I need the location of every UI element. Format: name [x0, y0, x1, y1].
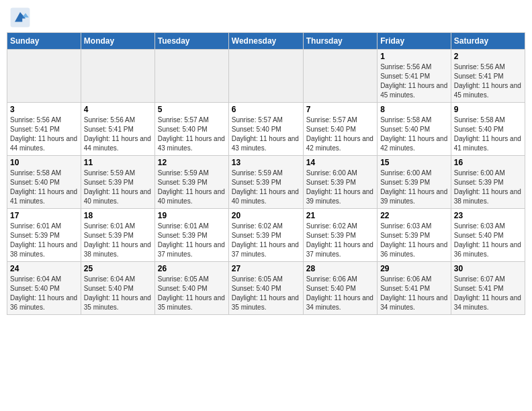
day-number: 3: [10, 105, 78, 114]
header-thursday: Thursday: [303, 33, 377, 50]
calendar-cell: 20Sunrise: 6:02 AM Sunset: 5:39 PM Dayli…: [228, 209, 303, 262]
logo: [9, 7, 34, 28]
day-number: 16: [454, 158, 522, 167]
day-info: Sunrise: 6:05 AM Sunset: 5:40 PM Dayligh…: [232, 275, 300, 312]
day-number: 4: [84, 105, 152, 114]
calendar-cell: 25Sunrise: 6:04 AM Sunset: 5:40 PM Dayli…: [81, 262, 154, 315]
calendar-cell: 12Sunrise: 5:59 AM Sunset: 5:39 PM Dayli…: [154, 156, 228, 209]
day-number: 11: [84, 158, 152, 167]
day-number: 18: [84, 211, 152, 220]
calendar-cell: 6Sunrise: 5:57 AM Sunset: 5:40 PM Daylig…: [228, 103, 303, 156]
day-number: 22: [380, 211, 448, 220]
calendar-cell: 15Sunrise: 6:00 AM Sunset: 5:39 PM Dayli…: [378, 156, 451, 209]
calendar-row: 3Sunrise: 5:56 AM Sunset: 5:41 PM Daylig…: [7, 103, 525, 156]
day-info: Sunrise: 6:05 AM Sunset: 5:40 PM Dayligh…: [158, 275, 226, 312]
day-number: 17: [10, 211, 78, 220]
day-info: Sunrise: 5:57 AM Sunset: 5:40 PM Dayligh…: [232, 116, 300, 153]
day-info: Sunrise: 5:58 AM Sunset: 5:40 PM Dayligh…: [10, 169, 78, 206]
day-info: Sunrise: 6:04 AM Sunset: 5:40 PM Dayligh…: [84, 275, 152, 312]
day-info: Sunrise: 5:57 AM Sunset: 5:40 PM Dayligh…: [306, 116, 374, 153]
calendar-cell: [228, 50, 303, 103]
day-info: Sunrise: 6:00 AM Sunset: 5:39 PM Dayligh…: [306, 169, 374, 206]
calendar-row: 10Sunrise: 5:58 AM Sunset: 5:40 PM Dayli…: [7, 156, 525, 209]
day-number: 20: [232, 211, 300, 220]
calendar-cell: 7Sunrise: 5:57 AM Sunset: 5:40 PM Daylig…: [303, 103, 377, 156]
day-info: Sunrise: 6:01 AM Sunset: 5:39 PM Dayligh…: [158, 222, 226, 259]
calendar-body: 1Sunrise: 5:56 AM Sunset: 5:41 PM Daylig…: [7, 50, 525, 315]
day-number: 27: [232, 264, 300, 273]
calendar-cell: 16Sunrise: 6:00 AM Sunset: 5:39 PM Dayli…: [451, 156, 525, 209]
calendar-cell: 23Sunrise: 6:03 AM Sunset: 5:40 PM Dayli…: [451, 209, 525, 262]
day-number: 5: [158, 105, 226, 114]
calendar-table: SundayMondayTuesdayWednesdayThursdayFrid…: [7, 32, 525, 315]
day-info: Sunrise: 5:56 AM Sunset: 5:41 PM Dayligh…: [380, 62, 448, 100]
calendar-cell: [154, 50, 228, 103]
day-info: Sunrise: 5:56 AM Sunset: 5:41 PM Dayligh…: [84, 116, 152, 153]
header-monday: Monday: [81, 33, 154, 50]
logo-icon: [9, 7, 31, 28]
calendar-cell: 1Sunrise: 5:56 AM Sunset: 5:41 PM Daylig…: [378, 50, 451, 103]
calendar-cell: 3Sunrise: 5:56 AM Sunset: 5:41 PM Daylig…: [7, 103, 81, 156]
day-number: 21: [306, 211, 374, 220]
day-number: 25: [84, 264, 152, 273]
calendar-cell: 5Sunrise: 5:57 AM Sunset: 5:40 PM Daylig…: [154, 103, 228, 156]
calendar-row: 17Sunrise: 6:01 AM Sunset: 5:39 PM Dayli…: [7, 209, 525, 262]
header-saturday: Saturday: [451, 33, 525, 50]
calendar-cell: 28Sunrise: 6:06 AM Sunset: 5:40 PM Dayli…: [303, 262, 377, 315]
day-number: 15: [380, 158, 448, 167]
calendar-cell: 9Sunrise: 5:58 AM Sunset: 5:40 PM Daylig…: [451, 103, 525, 156]
day-info: Sunrise: 6:06 AM Sunset: 5:40 PM Dayligh…: [306, 275, 374, 312]
header-wednesday: Wednesday: [228, 33, 303, 50]
day-number: 24: [10, 264, 78, 273]
calendar-cell: 22Sunrise: 6:03 AM Sunset: 5:39 PM Dayli…: [378, 209, 451, 262]
day-number: 12: [158, 158, 226, 167]
day-info: Sunrise: 5:59 AM Sunset: 5:39 PM Dayligh…: [158, 169, 226, 206]
calendar-cell: 14Sunrise: 6:00 AM Sunset: 5:39 PM Dayli…: [303, 156, 377, 209]
day-number: 30: [454, 264, 522, 273]
calendar-cell: 19Sunrise: 6:01 AM Sunset: 5:39 PM Dayli…: [154, 209, 228, 262]
day-number: 8: [380, 105, 448, 114]
day-number: 7: [306, 105, 374, 114]
day-number: 9: [454, 105, 522, 114]
day-info: Sunrise: 6:01 AM Sunset: 5:39 PM Dayligh…: [10, 222, 78, 259]
calendar-cell: [303, 50, 377, 103]
calendar-header: SundayMondayTuesdayWednesdayThursdayFrid…: [7, 33, 525, 50]
calendar-cell: [7, 50, 81, 103]
day-number: 29: [380, 264, 448, 273]
day-number: 28: [306, 264, 374, 273]
day-number: 14: [306, 158, 374, 167]
day-number: 19: [158, 211, 226, 220]
day-number: 6: [232, 105, 300, 114]
day-info: Sunrise: 6:02 AM Sunset: 5:39 PM Dayligh…: [306, 222, 374, 259]
day-info: Sunrise: 6:00 AM Sunset: 5:39 PM Dayligh…: [454, 169, 522, 206]
day-info: Sunrise: 5:58 AM Sunset: 5:40 PM Dayligh…: [380, 116, 448, 153]
header-row: SundayMondayTuesdayWednesdayThursdayFrid…: [7, 33, 525, 50]
calendar-row: 1Sunrise: 5:56 AM Sunset: 5:41 PM Daylig…: [7, 50, 525, 103]
header-friday: Friday: [378, 33, 451, 50]
day-info: Sunrise: 6:01 AM Sunset: 5:39 PM Dayligh…: [84, 222, 152, 259]
calendar-cell: 27Sunrise: 6:05 AM Sunset: 5:40 PM Dayli…: [228, 262, 303, 315]
calendar-cell: 30Sunrise: 6:07 AM Sunset: 5:41 PM Dayli…: [451, 262, 525, 315]
day-info: Sunrise: 5:58 AM Sunset: 5:40 PM Dayligh…: [454, 116, 522, 153]
calendar-cell: 10Sunrise: 5:58 AM Sunset: 5:40 PM Dayli…: [7, 156, 81, 209]
calendar-cell: 11Sunrise: 5:59 AM Sunset: 5:39 PM Dayli…: [81, 156, 154, 209]
calendar-cell: 13Sunrise: 5:59 AM Sunset: 5:39 PM Dayli…: [228, 156, 303, 209]
header-sunday: Sunday: [7, 33, 81, 50]
header-tuesday: Tuesday: [154, 33, 228, 50]
day-info: Sunrise: 6:07 AM Sunset: 5:41 PM Dayligh…: [454, 275, 522, 312]
calendar-cell: 8Sunrise: 5:58 AM Sunset: 5:40 PM Daylig…: [378, 103, 451, 156]
calendar-cell: 17Sunrise: 6:01 AM Sunset: 5:39 PM Dayli…: [7, 209, 81, 262]
calendar-cell: 2Sunrise: 5:56 AM Sunset: 5:41 PM Daylig…: [451, 50, 525, 103]
calendar-cell: 24Sunrise: 6:04 AM Sunset: 5:40 PM Dayli…: [7, 262, 81, 315]
day-number: 1: [380, 52, 448, 61]
day-info: Sunrise: 5:57 AM Sunset: 5:40 PM Dayligh…: [158, 116, 226, 153]
day-info: Sunrise: 5:56 AM Sunset: 5:41 PM Dayligh…: [454, 62, 522, 100]
calendar-cell: [81, 50, 154, 103]
day-info: Sunrise: 6:02 AM Sunset: 5:39 PM Dayligh…: [232, 222, 300, 259]
day-number: 13: [232, 158, 300, 167]
day-info: Sunrise: 5:56 AM Sunset: 5:41 PM Dayligh…: [10, 116, 78, 153]
calendar-cell: 26Sunrise: 6:05 AM Sunset: 5:40 PM Dayli…: [154, 262, 228, 315]
day-number: 26: [158, 264, 226, 273]
day-info: Sunrise: 6:06 AM Sunset: 5:41 PM Dayligh…: [380, 275, 448, 312]
day-number: 2: [454, 52, 522, 61]
